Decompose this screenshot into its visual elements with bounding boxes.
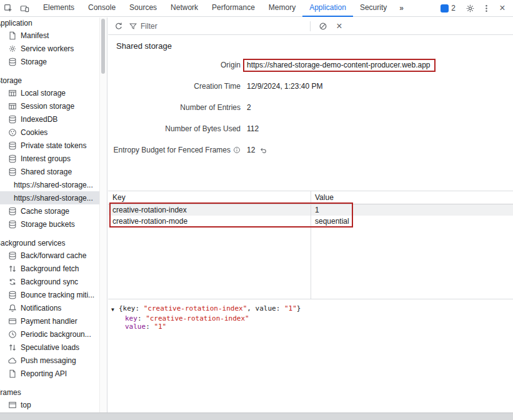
frame-icon	[7, 400, 17, 409]
report-rows: Originhttps://shared-storage-demo-conten…	[108, 54, 513, 161]
sidebar-item-label: Payment handler	[21, 317, 77, 326]
field-value: https://shared-storage-demo-content-prod…	[247, 59, 513, 72]
field-label-text: Creation Time	[194, 82, 241, 91]
sidebar-item-private-state-tokens[interactable]: Private state tokens	[0, 139, 107, 152]
field-label: Entropy Budget for Fenced Frames	[108, 146, 241, 154]
sidebar-item-label: Back/forward cache	[21, 251, 86, 260]
sidebar-item-shared-storage[interactable]: Shared storage	[0, 165, 107, 178]
collapse-triangle-icon[interactable]: ▼	[111, 304, 119, 314]
sidebar-item-label: Local storage	[21, 89, 66, 98]
sidebar-item-storage[interactable]: Storage	[0, 55, 107, 68]
field-label: Number of Entries	[108, 103, 241, 112]
more-options-icon[interactable]	[478, 0, 494, 16]
tab-memory[interactable]: Memory	[262, 0, 302, 17]
field-label: Number of Bytes Used	[108, 124, 241, 133]
issues-badge[interactable]: 2	[441, 4, 456, 12]
filter-input[interactable]	[139, 21, 306, 31]
report-row-creation-time: Creation Time12/9/2024, 1:23:40 PM	[108, 76, 513, 97]
cell-key: creative-rotation-index	[108, 206, 311, 214]
sidebar-item-service-workers[interactable]: Service workers	[0, 42, 107, 55]
database-icon	[7, 167, 17, 176]
sidebar-item-bounce-tracking-miti[interactable]: Bounce tracking miti...	[0, 288, 107, 301]
property-value: "creative-rotation-index"	[146, 314, 249, 322]
sidebar-item-session-storage[interactable]: Session storage	[0, 99, 107, 112]
database-icon	[7, 206, 17, 216]
property-colon: :	[137, 314, 146, 322]
sidebar-item-label: https://shared-storage...	[14, 194, 93, 202]
sidebar-item-push-messaging[interactable]: Push messaging	[0, 354, 107, 367]
sidebar-item-interest-groups[interactable]: Interest groups	[0, 152, 107, 165]
sidebar-item-reporting-api[interactable]: Reporting API	[0, 367, 107, 380]
field-label-text: Entropy Budget for Fenced Frames	[114, 146, 231, 154]
sidebar-item-background-fetch[interactable]: Background fetch	[0, 262, 107, 275]
column-divider	[311, 191, 311, 299]
sidebar-item-label: Cookies	[21, 128, 47, 137]
devtools-window: ElementsConsoleSourcesNetworkPerformance…	[0, 0, 513, 420]
sidebar-scrollbar[interactable]	[99, 18, 107, 412]
settings-gear-icon[interactable]	[462, 0, 478, 16]
column-header-value[interactable]: Value	[311, 193, 513, 202]
sidebar-item-speculative-loads[interactable]: Speculative loads	[0, 341, 107, 354]
close-devtools-icon[interactable]: ×	[494, 0, 511, 16]
sidebar-item-back-forward-cache[interactable]: Back/forward cache	[0, 249, 107, 262]
database-icon	[7, 251, 17, 260]
inspect-element-icon[interactable]	[0, 0, 16, 16]
sidebar-item-payment-handler[interactable]: Payment handler	[0, 314, 107, 328]
toolbar-divider	[310, 21, 311, 31]
field-value: 112	[247, 124, 513, 133]
sidebar-item-top[interactable]: top	[0, 398, 107, 411]
sidebar-item-label: Storage	[21, 58, 47, 66]
updown-arrows-icon	[7, 342, 17, 352]
more-tabs-chevron[interactable]: »	[394, 4, 409, 12]
tab-application[interactable]: Application	[302, 0, 353, 17]
preview-expanded-object[interactable]: ▼ {key: "creative-rotation-index", value…	[111, 304, 508, 314]
cell-value: 1	[311, 206, 513, 214]
sidebar-item-cookies[interactable]: Cookies	[0, 126, 107, 139]
sidebar-item-notifications[interactable]: Notifications	[0, 301, 107, 314]
sidebar-item-local-storage[interactable]: Local storage	[0, 86, 107, 99]
tab-performance[interactable]: Performance	[205, 0, 262, 17]
sidebar-item-periodic-backgroun[interactable]: Periodic backgroun...	[0, 328, 107, 341]
field-value-text: 12	[247, 146, 255, 154]
tab-elements[interactable]: Elements	[36, 0, 81, 17]
sidebar-item-https-shared-storage[interactable]: https://shared-storage...	[0, 178, 107, 191]
report-row-number-of-entries: Number of Entries2	[108, 97, 513, 118]
field-value-text: 2	[247, 103, 251, 112]
database-icon	[7, 114, 17, 124]
page-title: Shared storage	[116, 41, 513, 51]
tab-network[interactable]: Network	[164, 0, 205, 17]
refresh-icon[interactable]	[111, 18, 127, 34]
tabbar-right-controls: 2 ×	[441, 0, 513, 16]
tab-security[interactable]: Security	[353, 0, 394, 17]
preview-plain-segment: , value:	[247, 304, 284, 312]
device-toolbar-icon[interactable]	[16, 0, 32, 16]
sidebar-item-storage-buckets[interactable]: Storage buckets	[0, 218, 107, 231]
sidebar-item-label: Storage buckets	[21, 220, 75, 229]
field-label-text: Number of Bytes Used	[165, 124, 241, 133]
sidebar-item-manifest[interactable]: Manifest	[0, 29, 107, 42]
tab-sources[interactable]: Sources	[122, 0, 164, 17]
object-properties: key: "creative-rotation-index"value: "1"	[111, 314, 508, 331]
sidebar-item-indexeddb[interactable]: IndexedDB	[0, 112, 107, 126]
sidebar-item-https-shared-storage[interactable]: https://shared-storage...	[0, 191, 107, 204]
issues-count: 2	[451, 4, 456, 12]
delete-selected-icon[interactable]: ×	[331, 18, 347, 34]
reset-budget-button[interactable]	[259, 146, 267, 154]
devtools-tabs: ElementsConsoleSourcesNetworkPerformance…	[36, 0, 394, 17]
property-line-value: value: "1"	[125, 322, 508, 331]
sidebar-item-label: Speculative loads	[21, 343, 79, 352]
clear-all-icon[interactable]	[315, 18, 331, 34]
scrollbar-thumb[interactable]	[101, 19, 105, 74]
table-icon	[7, 101, 17, 111]
sidebar-item-cache-storage[interactable]: Cache storage	[0, 204, 107, 218]
report-row-number-of-bytes-used: Number of Bytes Used112	[108, 118, 513, 139]
preview-pane: ▼ {key: "creative-rotation-index", value…	[108, 299, 513, 412]
field-value: 12	[247, 146, 513, 154]
sidebar-item-background-sync[interactable]: Background sync	[0, 275, 107, 288]
field-label: Creation Time	[108, 82, 241, 91]
tab-console[interactable]: Console	[81, 0, 122, 17]
sidebar-item-label: Private state tokens	[21, 141, 86, 150]
column-header-key[interactable]: Key	[108, 193, 311, 202]
entries-table: Key Value creative-rotation-index1creati…	[108, 191, 513, 299]
info-icon[interactable]	[233, 146, 241, 154]
